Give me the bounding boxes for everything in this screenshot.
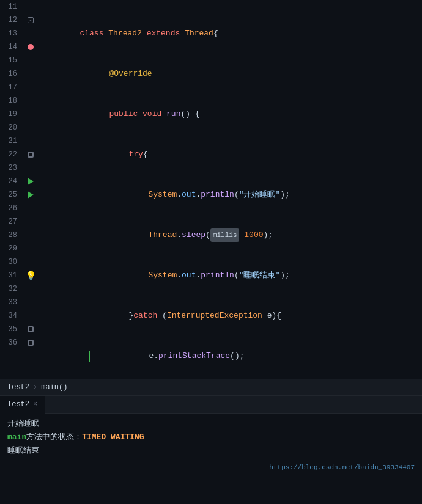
fold-marker[interactable] [28,17,34,23]
code-line: Thread.sleep(millis 1000); [39,215,422,255]
code-line: @Override [39,54,422,94]
breadcrumb-separator: › [33,383,37,392]
run-marker [28,191,34,199]
line-numbers: 11 12 13 14 15 16 17 18 19 20 21 22 23 2… [0,0,22,379]
code-lines: class Thread2 extends Thread{ @Override … [39,0,422,379]
output-line: 睡眠结束 [7,444,415,458]
output-state-value: TIMED_WAITING [82,431,144,444]
breadcrumb-method[interactable]: main() [41,383,67,392]
footer-link[interactable]: https://blog.csdn.net/baidu_39334407 [269,464,415,471]
fold-marker-small[interactable] [28,340,34,346]
code-line: class Thread2 extends Thread{ [39,13,422,54]
breadcrumb-class[interactable]: Test2 [7,383,29,392]
output-area: 开始睡眠 main方法中的状态：TIMED_WAITING 睡眠结束 [0,414,422,461]
output-line: 开始睡眠 [7,417,415,431]
output-text-3: 睡眠结束 [7,444,39,458]
gutter: 💡 [22,0,39,379]
millis-badge: millis [210,228,240,242]
editor-area: 11 12 13 14 15 16 17 18 19 20 21 22 23 2… [0,0,422,379]
code-line: public void run() { [39,94,422,134]
output-main-label: main [7,431,26,444]
bottom-panel: Test2 × 开始睡眠 main方法中的状态：TIMED_WAITING 睡眠… [0,396,422,504]
code-line: System.out.println("开始睡眠"); [39,175,422,215]
code-line [39,0,422,13]
run-marker [28,178,34,185]
bottom-footer: https://blog.csdn.net/baidu_39334407 [0,461,422,473]
tab-close-button[interactable]: × [33,400,37,409]
breakpoint-marker[interactable] [28,44,34,50]
output-state-label: 方法中的状态： [26,431,82,444]
code-line: } [39,376,422,379]
output-text-1: 开始睡眠 [7,417,39,431]
code-line: try{ [39,134,422,175]
breadcrumb-bar: Test2 › main() [0,379,422,396]
output-tab[interactable]: Test2 × [0,396,45,414]
tab-label: Test2 [7,400,29,409]
fold-marker-small[interactable] [28,152,34,158]
lightbulb-marker[interactable]: 💡 [26,271,36,281]
fold-marker-small[interactable] [28,326,34,332]
code-line: e.printStackTrace(); [39,336,422,376]
code-line: System.out.println("睡眠结束"); [39,255,422,296]
code-line: }catch (InterruptedException e){ [39,296,422,336]
output-line: main方法中的状态：TIMED_WAITING [7,431,415,444]
bottom-tabs: Test2 × [0,396,422,414]
